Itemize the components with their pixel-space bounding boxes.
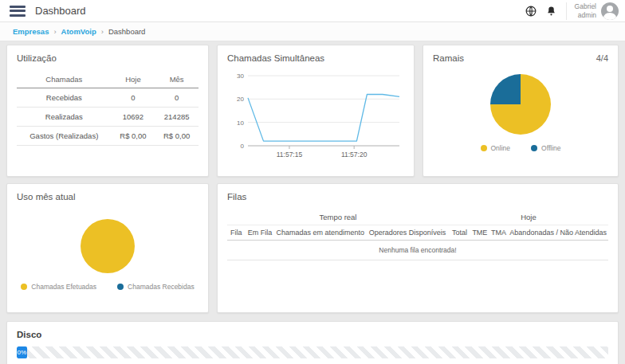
breadcrumb: Empresas › AtomVoip › Dashboard: [0, 22, 625, 41]
svg-text:20: 20: [237, 96, 244, 103]
efetuadas-dot-icon: [21, 284, 27, 290]
card-filas-title: Filas: [227, 192, 608, 202]
legend-label: Offline: [541, 144, 560, 152]
ramais-counter: 4/4: [596, 53, 608, 63]
legend-label: Chamadas Recebidas: [128, 283, 195, 291]
breadcrumb-separator: ›: [53, 27, 56, 36]
card-disco: Disco 0%: [6, 321, 619, 364]
row-label: Realizadas: [17, 108, 112, 127]
simultaneous-calls-line-chart: 010203011:57:1511:57:20: [227, 69, 406, 163]
col-em-fila: Em Fila: [245, 225, 274, 241]
ramais-legend: Online Offline: [433, 144, 608, 152]
recebidas-dot-icon: [117, 284, 124, 290]
card-ramais-title: Ramais: [433, 53, 608, 63]
filas-table: Tempo real Hoje Fila Em Fila Chamadas em…: [227, 209, 608, 260]
filas-empty-row: Nenhuma fila encontrada!: [227, 241, 608, 260]
svg-text:0: 0: [241, 143, 245, 150]
disk-usage-progress-fill: 0%: [17, 346, 27, 358]
row-value-mes: 214285: [155, 108, 199, 127]
table-row-gastos: Gastos (Realizadas) R$ 0,00 R$ 0,00: [17, 127, 199, 146]
utilizacao-table: Chamadas Hoje Mês Recebidas 0 0 Realizad…: [17, 71, 199, 146]
card-chamadas-simultaneas-title: Chamadas Simultâneas: [227, 53, 404, 63]
col-fila: Fila: [227, 225, 245, 241]
col-header-hoje: Hoje: [112, 71, 155, 88]
col-chamadas-em-atendimento: Chamadas em atendimento: [275, 225, 367, 241]
card-disco-title: Disco: [17, 330, 608, 339]
line-chart-container: 010203011:57:1511:57:20: [227, 69, 404, 166]
row-value-hoje: 0: [112, 88, 155, 108]
card-utilizacao-title: Utilização: [17, 53, 199, 63]
legend-item-recebidas: Chamadas Recebidas: [117, 283, 195, 291]
row-label: Gastos (Realizadas): [17, 127, 112, 146]
table-row-recebidas: Recebidas 0 0: [17, 88, 199, 108]
topbar-actions: Gabriel admin: [525, 2, 619, 20]
user-menu[interactable]: Gabriel admin: [566, 2, 619, 20]
filas-columns-row: Fila Em Fila Chamadas em atendimento Ope…: [227, 225, 608, 241]
row-value-hoje: R$ 0,00: [112, 127, 155, 146]
topbar: Dashboard Gabriel admin: [0, 0, 625, 22]
card-chamadas-simultaneas: Chamadas Simultâneas 010203011:57:1511:5…: [217, 45, 415, 177]
row-value-mes: R$ 0,00: [155, 127, 199, 146]
breadcrumb-separator: ›: [101, 27, 104, 36]
card-filas: Filas Tempo real Hoje Fila Em Fila Chama…: [217, 183, 619, 313]
ramais-pie-chart: [490, 74, 551, 135]
svg-text:30: 30: [237, 72, 244, 80]
empty-message: Nenhuma fila encontrada!: [227, 241, 608, 260]
filas-group-header-row: Tempo real Hoje: [227, 209, 608, 225]
breadcrumb-current: Dashboard: [108, 27, 145, 36]
group-header-tempo-real: Tempo real: [227, 209, 449, 225]
globe-icon[interactable]: [525, 5, 537, 18]
user-info: Gabriel admin: [575, 2, 596, 19]
svg-text:10: 10: [237, 119, 244, 127]
legend-item-efetuadas: Chamadas Efetuadas: [21, 283, 96, 291]
online-dot-icon: [481, 145, 487, 151]
col-header-mes: Mês: [155, 71, 199, 88]
avatar[interactable]: [601, 2, 619, 20]
row-value-mes: 0: [155, 88, 199, 108]
legend-label: Chamadas Efetuadas: [31, 283, 96, 291]
uso-mes-pie-chart: [81, 219, 135, 273]
card-uso-mes-atual: Uso mês atual Chamadas Efetuadas Chamada…: [6, 183, 209, 313]
uso-mes-legend: Chamadas Efetuadas Chamadas Recebidas: [17, 283, 199, 291]
user-name: Gabriel: [575, 2, 596, 11]
legend-item-online: Online: [481, 144, 511, 152]
disk-usage-progress-bar: 0%: [17, 346, 608, 358]
card-uso-mes-atual-title: Uso mês atual: [17, 192, 199, 202]
row-label: Recebidas: [17, 88, 112, 108]
notifications-bell-icon[interactable]: [545, 5, 558, 18]
legend-label: Online: [491, 144, 511, 152]
breadcrumb-link-atomvoip[interactable]: AtomVoip: [61, 27, 96, 36]
legend-item-offline: Offline: [531, 144, 560, 152]
col-tma: TMA: [489, 225, 509, 241]
page-title: Dashboard: [35, 5, 86, 17]
group-header-hoje: Hoje: [449, 209, 608, 225]
col-abandonadas: Abandonadas / Não Atendidas: [508, 225, 608, 241]
table-row-realizadas: Realizadas 10692 214285: [17, 108, 199, 127]
col-total: Total: [449, 225, 470, 241]
breadcrumb-link-empresas[interactable]: Empresas: [13, 27, 49, 36]
card-ramais: Ramais 4/4 Online Offline: [423, 45, 619, 177]
user-role: admin: [575, 11, 596, 20]
row-value-hoje: 10692: [112, 108, 155, 127]
svg-text:11:57:20: 11:57:20: [341, 151, 368, 159]
col-tme: TME: [470, 225, 489, 241]
dashboard-content: Utilização Chamadas Hoje Mês Recebidas 0…: [0, 41, 625, 364]
offline-dot-icon: [531, 145, 537, 151]
menu-toggle-button[interactable]: [10, 6, 26, 17]
col-header-chamadas: Chamadas: [17, 71, 112, 88]
col-operadores-disponiveis: Operadores Disponíveis: [366, 225, 449, 241]
card-utilizacao: Utilização Chamadas Hoje Mês Recebidas 0…: [6, 45, 209, 177]
svg-text:11:57:15: 11:57:15: [277, 151, 303, 159]
